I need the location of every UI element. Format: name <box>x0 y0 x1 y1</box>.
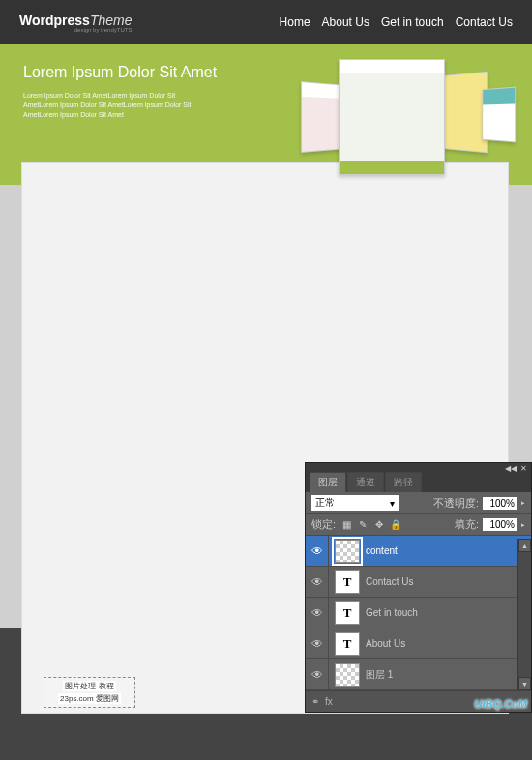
hero-line: Lorem Ipsum Dolor Sit AmetLorem Ipsum Do… <box>23 91 226 101</box>
visibility-toggle[interactable]: 👁 <box>306 628 329 659</box>
layer-thumbnail[interactable] <box>335 663 360 687</box>
hero-showcase <box>300 54 522 180</box>
layer-name[interactable]: About Us <box>366 638 405 649</box>
scroll-track[interactable] <box>518 552 531 677</box>
lock-row: 锁定: ▦ ✎ ✥ 🔒 填充: 100% ▸ <box>306 514 531 536</box>
blend-row: 正常 ▾ 不透明度: 100% ▸ <box>306 492 531 514</box>
mockup-right2 <box>483 87 517 143</box>
header-bar: WordpressTheme design by trendyTUTS Home… <box>0 0 532 44</box>
badge-line1: 图片处理 教程 <box>63 681 115 691</box>
mockup-center <box>339 59 445 175</box>
lock-label: 锁定: <box>311 517 336 532</box>
panel-scrollbar[interactable]: ▲ ▼ <box>517 539 531 690</box>
tab-layers[interactable]: 图层 <box>310 472 346 492</box>
fill-label: 填充: <box>455 517 479 532</box>
close-icon[interactable]: ✕ <box>520 464 527 473</box>
lock-pixels-icon[interactable]: ✎ <box>356 518 369 532</box>
lock-transparent-icon[interactable]: ▦ <box>340 518 353 532</box>
layer-row[interactable]: 👁 图层 1 <box>306 659 531 690</box>
visibility-toggle[interactable]: 👁 <box>306 659 329 690</box>
lock-all-icon[interactable]: 🔒 <box>389 518 402 532</box>
watermark-badge: 图片处理 教程 23ps.com 爱图网 <box>44 677 135 708</box>
opacity-flyout-icon[interactable]: ▸ <box>521 499 525 507</box>
site-watermark: UiBQ.CoM <box>475 698 527 710</box>
hero-line: AmetLorem Ipsum Dolor Sit Amet <box>23 110 226 120</box>
layer-name[interactable]: 图层 1 <box>366 668 393 682</box>
logo: WordpressTheme design by trendyTUTS <box>19 13 132 33</box>
chevron-down-icon: ▾ <box>390 498 395 509</box>
hero-line: AmetLorem Ipsum Dolor Sit AmetLorem Ipsu… <box>23 101 226 110</box>
layer-row[interactable]: 👁 T About Us <box>306 628 531 659</box>
mockup-right1 <box>443 72 487 153</box>
layers-list: 👁 content 👁 T Contact Us 👁 T Get in touc… <box>306 536 531 690</box>
layers-panel[interactable]: ◀◀ ✕ 图层 通道 路径 正常 ▾ 不透明度: 100% ▸ 锁定: ▦ ✎ … <box>305 462 532 713</box>
panel-tabs: 图层 通道 路径 <box>306 473 531 492</box>
layer-row[interactable]: 👁 T Get in touch <box>306 598 531 628</box>
visibility-toggle[interactable]: 👁 <box>306 536 329 567</box>
logo-text: WordpressTheme <box>19 13 132 28</box>
panel-footer: ⚭ fx UiBQ.CoM <box>306 690 531 712</box>
collapse-icon[interactable]: ◀◀ <box>505 464 517 473</box>
blend-mode-select[interactable]: 正常 ▾ <box>311 495 399 511</box>
tab-channels[interactable]: 通道 <box>347 472 384 492</box>
lock-position-icon[interactable]: ✥ <box>372 518 386 532</box>
layer-thumbnail[interactable] <box>335 540 360 563</box>
scroll-down-icon[interactable]: ▼ <box>518 677 531 690</box>
logo-thin: Theme <box>90 13 133 28</box>
layer-row[interactable]: 👁 content <box>306 536 531 567</box>
lock-buttons: ▦ ✎ ✥ 🔒 <box>340 518 402 532</box>
layer-name[interactable]: Contact Us <box>366 576 413 587</box>
nav-contact-touch[interactable]: Get in touch <box>381 15 444 29</box>
badge-line2: 23ps.com 爱图网 <box>58 693 121 704</box>
hero-text: Lorem Ipsum Dolor Sit AmetLorem Ipsum Do… <box>23 91 226 119</box>
opacity-label: 不透明度: <box>433 496 479 511</box>
layer-row[interactable]: 👁 T Contact Us <box>306 567 531 598</box>
nav-contact[interactable]: Contact Us <box>456 15 513 29</box>
link-layers-icon[interactable]: ⚭ <box>311 696 319 707</box>
logo-subtitle: design by trendyTUTS <box>19 27 132 33</box>
fill-input[interactable]: 100% <box>483 518 517 531</box>
opacity-input[interactable]: 100% <box>483 497 517 510</box>
nav-about[interactable]: About Us <box>322 15 369 29</box>
tab-paths[interactable]: 路径 <box>385 472 422 492</box>
logo-bold: Wordpress <box>19 13 90 28</box>
visibility-toggle[interactable]: 👁 <box>306 598 329 628</box>
fx-icon[interactable]: fx <box>325 696 333 707</box>
scroll-up-icon[interactable]: ▲ <box>518 539 531 552</box>
layer-thumbnail[interactable]: T <box>335 601 360 625</box>
nav-home[interactable]: Home <box>280 15 310 29</box>
layer-name[interactable]: content <box>366 545 398 556</box>
visibility-toggle[interactable]: 👁 <box>306 567 329 598</box>
fill-flyout-icon[interactable]: ▸ <box>521 521 525 529</box>
main-nav: Home About Us Get in touch Contact Us <box>280 15 513 29</box>
layer-thumbnail[interactable]: T <box>335 570 360 594</box>
blend-value: 正常 <box>315 496 335 510</box>
layer-name[interactable]: Get in touch <box>366 607 418 618</box>
layer-thumbnail[interactable]: T <box>335 632 360 656</box>
